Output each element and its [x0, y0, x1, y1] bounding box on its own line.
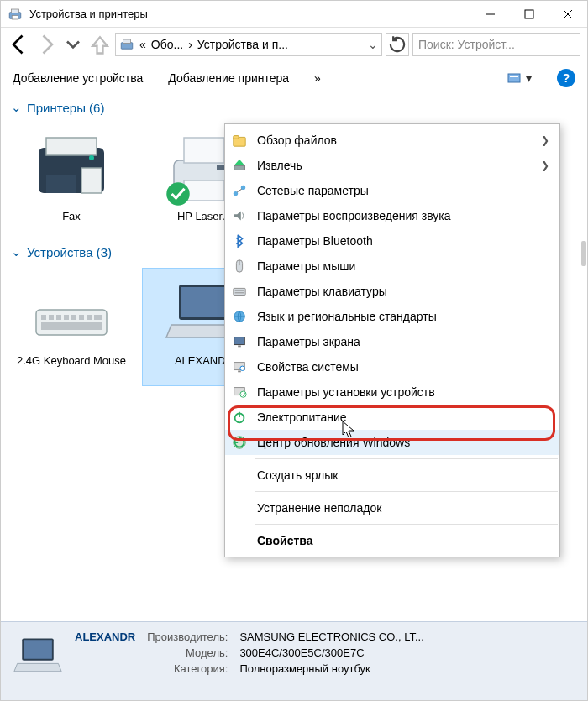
window-title: Устройства и принтеры: [29, 8, 471, 20]
system-icon: [230, 358, 249, 376]
menu-item[interactable]: Свойства: [225, 528, 559, 553]
svg-rect-58: [238, 346, 241, 348]
menu-item[interactable]: Устранение неполадок: [225, 495, 559, 521]
breadcrumb-item[interactable]: Обо...: [151, 38, 183, 51]
status-key-category: Категория:: [147, 662, 233, 675]
power-icon: [230, 408, 249, 426]
mouse-icon: [230, 257, 249, 275]
blank-icon: [230, 499, 249, 517]
submenu-arrow-icon: ❯: [541, 160, 549, 171]
section-title: Принтеры (6): [27, 101, 104, 115]
laptop-icon: [13, 630, 63, 681]
help-button[interactable]: ?: [557, 69, 575, 87]
search-placeholder: Поиск: Устройст...: [418, 38, 515, 51]
menu-item[interactable]: Параметры мыши: [225, 254, 559, 279]
scrollbar[interactable]: [581, 241, 586, 266]
menu-item-label: Параметры воспроизведения звука: [257, 209, 549, 222]
menu-item[interactable]: Свойства системы: [225, 354, 559, 379]
device-item[interactable]: Fax: [9, 123, 134, 228]
menu-item[interactable]: Центр обновления Windows: [225, 430, 559, 455]
region-icon: [230, 307, 249, 326]
status-pane: ALEXANDR Производитель: SAMSUNG ELECTRON…: [1, 621, 587, 700]
svg-rect-13: [46, 175, 76, 193]
menu-item-label: Обзор файлов: [257, 133, 533, 147]
menu-item[interactable]: Сетевые параметры: [225, 178, 559, 203]
svg-point-61: [240, 366, 244, 370]
svg-rect-14: [81, 168, 102, 193]
add-printer-button[interactable]: Добавление принтера: [168, 71, 289, 85]
navbar: « Обо... › Устройства и п... ⌄ Поиск: Ус…: [1, 28, 587, 61]
svg-point-63: [240, 391, 246, 397]
breadcrumb-sep-icon: ›: [188, 38, 192, 51]
network-icon: [230, 181, 249, 200]
add-device-button[interactable]: Добавление устройства: [13, 71, 143, 85]
setup-icon: [230, 383, 249, 401]
address-dropdown-icon[interactable]: ⌄: [368, 38, 378, 51]
refresh-button[interactable]: [386, 33, 409, 56]
status-val-category: Полноразмерный ноутбук: [239, 662, 423, 675]
recent-button[interactable]: [61, 33, 85, 56]
toolbar: Добавление устройства Добавление принтер…: [1, 61, 587, 95]
svg-rect-44: [24, 640, 52, 659]
menu-separator: [255, 524, 558, 525]
close-button[interactable]: [549, 1, 587, 28]
svg-rect-47: [234, 165, 245, 170]
svg-rect-32: [71, 315, 76, 320]
monitor-icon: [230, 332, 249, 351]
menu-item-label: Создать ярлык: [257, 468, 549, 482]
svg-rect-33: [79, 315, 84, 320]
menu-item-label: Устранение неполадок: [257, 501, 549, 515]
address-bar[interactable]: « Обо... › Устройства и п... ⌄: [115, 33, 382, 56]
minimize-button[interactable]: [471, 1, 510, 28]
menu-item[interactable]: Извлечь❯: [225, 153, 559, 178]
bluetooth-icon: [230, 232, 249, 250]
svg-rect-36: [41, 322, 102, 330]
folder-icon: [230, 131, 249, 149]
menu-item[interactable]: Создать ярлык: [225, 463, 559, 488]
chevron-down-icon: ⌄: [11, 244, 22, 259]
section-header-printers[interactable]: ⌄ Принтеры (6): [1, 95, 587, 120]
eject-icon: [230, 156, 249, 175]
svg-rect-31: [64, 315, 69, 320]
status-val-model: 300E4C/300E5C/300E7C: [239, 646, 423, 659]
menu-item[interactable]: Параметры Bluetooth: [225, 228, 559, 254]
status-key-model: Модель:: [147, 646, 233, 659]
update-icon: [230, 433, 249, 452]
menu-item[interactable]: Параметры экрана: [225, 329, 559, 354]
menu-item-label: Свойства системы: [257, 360, 549, 374]
device-item[interactable]: 2.4G Keyboard Mouse: [9, 268, 134, 386]
menu-item-label: Параметры мыши: [257, 259, 549, 273]
search-input[interactable]: Поиск: Устройст...: [412, 33, 580, 56]
submenu-arrow-icon: ❯: [541, 134, 549, 146]
menu-separator: [255, 491, 558, 492]
breadcrumb-item[interactable]: Устройства и п...: [197, 38, 288, 51]
svg-rect-34: [87, 315, 92, 320]
section-title: Устройства (3): [27, 245, 112, 259]
forward-button[interactable]: [34, 33, 58, 56]
menu-item[interactable]: Электропитание: [225, 405, 559, 430]
menu-item-label: Извлечь: [257, 159, 533, 172]
menu-item[interactable]: Язык и региональные стандарты: [225, 304, 559, 329]
menu-item-label: Центр обновления Windows: [257, 436, 549, 449]
blank-icon: [230, 531, 249, 550]
view-options-button[interactable]: ▾: [507, 71, 532, 85]
keyboard-icon: [31, 272, 112, 353]
menu-item[interactable]: Параметры установки устройств: [225, 379, 559, 405]
svg-rect-10: [510, 76, 518, 77]
svg-rect-8: [123, 39, 131, 44]
device-label: HP Laser...: [177, 210, 231, 223]
status-val-manufacturer: SAMSUNG ELECTRONICS CO., LT...: [239, 630, 423, 643]
back-button[interactable]: [8, 33, 31, 56]
menu-item[interactable]: Параметры воспроизведения звука: [225, 203, 559, 228]
svg-rect-30: [56, 315, 61, 320]
menu-item[interactable]: Параметры клавиатуры: [225, 279, 559, 304]
titlebar: Устройства и принтеры: [1, 1, 587, 28]
menu-item-label: Язык и региональные стандарты: [257, 310, 549, 323]
maximize-button[interactable]: [510, 1, 549, 28]
menu-item-label: Сетевые параметры: [257, 184, 549, 197]
menu-item[interactable]: Обзор файлов❯: [225, 128, 559, 153]
chevron-down-icon: ▾: [526, 71, 532, 85]
up-button[interactable]: [88, 33, 112, 56]
breadcrumb-guillemet: «: [139, 38, 146, 51]
more-button[interactable]: »: [314, 71, 321, 85]
